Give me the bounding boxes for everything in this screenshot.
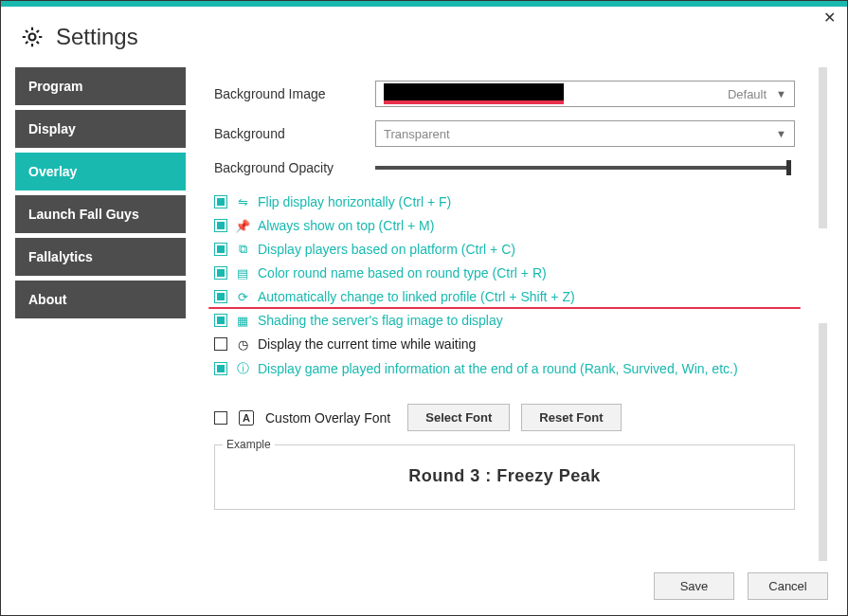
bg-opacity-slider[interactable] <box>375 166 789 170</box>
bg-row: Background Transparent ▼ <box>214 120 795 147</box>
footer: Save Cancel <box>1 561 847 615</box>
sidebar-item-label: Launch Fall Guys <box>28 207 139 222</box>
sidebar-item-fallalytics[interactable]: Fallalytics <box>15 238 186 276</box>
main-panel: Background Image Default ▼ Background Tr… <box>205 60 833 561</box>
custom-font-row: A Custom Overlay Font Select Font Reset … <box>214 404 795 431</box>
custom-font-label: Custom Overlay Font <box>265 410 390 426</box>
check-players-platform[interactable]: ⧉ Display players based on platform (Ctr… <box>214 242 795 257</box>
check-color-round-name[interactable]: ▤ Color round name based on round type (… <box>214 265 795 281</box>
save-button[interactable]: Save <box>654 572 734 600</box>
sidebar-item-label: Overlay <box>28 164 77 179</box>
sidebar-item-label: Fallalytics <box>28 249 93 264</box>
check-flip-display[interactable]: ⇋ Flip display horizontally (Ctrl + F) <box>214 194 795 209</box>
checkbox[interactable] <box>214 314 227 327</box>
chevron-down-icon: ▼ <box>776 128 786 139</box>
check-label: Display players based on platform (Ctrl … <box>258 242 515 257</box>
example-text: Round 3 : Freezy Peak <box>225 466 785 486</box>
scrollbar-thumb[interactable] <box>819 323 827 561</box>
palette-icon: ▤ <box>235 266 250 281</box>
bg-image-row: Background Image Default ▼ <box>214 81 795 107</box>
scrollbar-thumb[interactable] <box>819 67 827 228</box>
bg-opacity-label: Background Opacity <box>214 160 375 175</box>
header: Settings <box>1 7 847 60</box>
grid-icon: ▦ <box>235 314 250 328</box>
check-game-played-info[interactable]: ⓘ Display game played information at the… <box>214 360 795 377</box>
example-box: Example Round 3 : Freezy Peak <box>214 444 795 510</box>
checkbox[interactable] <box>214 219 227 232</box>
link-rotate-icon: ⟳ <box>235 290 250 304</box>
check-label: Shading the server's flag image to displ… <box>258 313 503 328</box>
checkbox-list: ⇋ Flip display horizontally (Ctrl + F) 📌… <box>214 194 795 377</box>
check-auto-linked-profile[interactable]: ⟳ Automatically change to linked profile… <box>214 289 795 304</box>
info-icon: ⓘ <box>235 360 250 377</box>
slider-thumb[interactable] <box>786 160 791 175</box>
sidebar-item-label: About <box>28 292 66 307</box>
check-label: Display game played information at the e… <box>258 361 738 376</box>
chevron-down-icon: ▼ <box>776 88 786 100</box>
cancel-button[interactable]: Cancel <box>748 572 828 600</box>
sidebar: Program Display Overlay Launch Fall Guys… <box>15 60 186 561</box>
reset-font-button[interactable]: Reset Font <box>521 404 621 431</box>
font-icon: A <box>239 410 254 426</box>
check-shading-flag[interactable]: ▦ Shading the server's flag image to dis… <box>214 313 795 328</box>
checkbox[interactable] <box>214 195 227 208</box>
close-button[interactable]: ✕ <box>823 9 836 27</box>
pin-icon: 📌 <box>235 219 250 233</box>
checkbox[interactable] <box>214 362 227 375</box>
check-label: Always show on top (Ctrl + M) <box>258 218 434 233</box>
check-label: Flip display horizontally (Ctrl + F) <box>258 194 451 209</box>
select-font-button[interactable]: Select Font <box>407 404 510 431</box>
sidebar-item-program[interactable]: Program <box>15 67 186 105</box>
sidebar-item-label: Display <box>28 121 76 136</box>
svg-point-0 <box>29 34 36 41</box>
sidebar-item-display[interactable]: Display <box>15 110 186 148</box>
checkbox[interactable] <box>214 337 227 351</box>
check-label: Display the current time while waiting <box>258 336 476 352</box>
sidebar-item-about[interactable]: About <box>15 281 186 318</box>
platform-icon: ⧉ <box>235 242 250 257</box>
sidebar-item-launch-fall-guys[interactable]: Launch Fall Guys <box>15 195 186 233</box>
page-title: Settings <box>56 24 138 50</box>
settings-window: ✕ Settings Program Display Overlay Launc… <box>0 0 848 616</box>
checkbox[interactable] <box>214 411 227 425</box>
checkbox[interactable] <box>214 290 227 303</box>
checkbox[interactable] <box>214 243 227 256</box>
check-label: Color round name based on round type (Ct… <box>258 265 547 281</box>
bg-dropdown[interactable]: Transparent ▼ <box>375 120 795 147</box>
check-current-time[interactable]: ◷ Display the current time while waiting <box>214 336 795 352</box>
bg-value: Transparent <box>384 127 450 141</box>
bg-label: Background <box>214 126 375 141</box>
clock-icon: ◷ <box>235 337 250 352</box>
example-legend: Example <box>223 438 275 451</box>
bg-image-value: Default <box>728 87 767 101</box>
check-label: Automatically change to linked profile (… <box>258 289 575 304</box>
checkbox[interactable] <box>214 266 227 280</box>
bg-image-preview <box>384 83 564 104</box>
check-always-on-top[interactable]: 📌 Always show on top (Ctrl + M) <box>214 218 795 233</box>
bg-image-dropdown[interactable]: Default ▼ <box>375 81 795 107</box>
sidebar-item-overlay[interactable]: Overlay <box>15 153 186 190</box>
bg-opacity-row: Background Opacity <box>214 160 795 175</box>
bg-image-label: Background Image <box>214 86 375 101</box>
sidebar-item-label: Program <box>28 79 83 94</box>
gear-icon <box>20 25 45 49</box>
flip-icon: ⇋ <box>235 195 250 209</box>
